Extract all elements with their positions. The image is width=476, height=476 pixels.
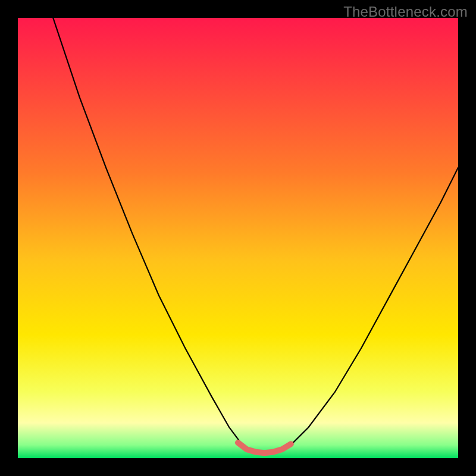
curve-left-branch (53, 18, 242, 445)
curve-right-branch (291, 168, 458, 445)
watermark-text: TheBottleneck.com (343, 4, 468, 20)
chart-root: TheBottleneck.com (0, 0, 476, 476)
optimum-band (238, 443, 291, 453)
curve-layer (18, 18, 458, 458)
